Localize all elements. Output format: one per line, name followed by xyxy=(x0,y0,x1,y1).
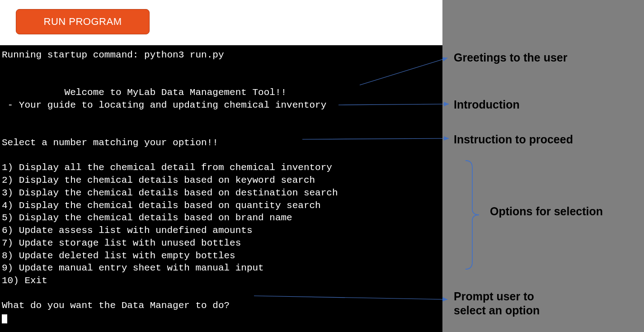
annotation-instruction: Instruction to proceed xyxy=(454,133,573,147)
arrow-prompt xyxy=(252,292,451,306)
arrow-introduction xyxy=(337,100,452,109)
svg-line-3 xyxy=(338,104,449,105)
prompt-line: What do you want the Data Manager to do? xyxy=(2,300,230,311)
option-7: 7) Update storage list with unused bottl… xyxy=(2,238,241,248)
option-3: 3) Display the chemical details based on… xyxy=(2,188,338,198)
run-program-label: RUN PROGRAM xyxy=(44,16,122,28)
svg-line-1 xyxy=(360,58,447,85)
option-1: 1) Display all the chemical detail from … xyxy=(2,162,332,173)
arrow-greetings xyxy=(357,54,452,90)
option-5: 5) Display the chemical details based on… xyxy=(2,213,292,223)
option-9: 9) Update manual entry sheet with manual… xyxy=(2,263,264,273)
left-pane: RUN PROGRAM Running startup command: pyt… xyxy=(0,0,442,332)
option-2: 2) Display the chemical details based on… xyxy=(2,175,315,185)
annotation-introduction: Introduction xyxy=(454,98,520,112)
option-6: 6) Update assess list with undefined amo… xyxy=(2,225,253,236)
run-program-button[interactable]: RUN PROGRAM xyxy=(16,9,150,34)
bracket-options xyxy=(463,158,484,271)
option-4: 4) Display the chemical details based on… xyxy=(2,200,321,211)
terminal-cursor xyxy=(2,314,7,323)
svg-line-5 xyxy=(302,138,449,139)
instruction-line: Select a number matching your option!! xyxy=(2,138,218,148)
annotation-greetings: Greetings to the user xyxy=(454,51,567,65)
startup-line: Running startup command: python3 run.py xyxy=(2,50,224,60)
welcome-line: Welcome to MyLab Data Management Tool!! xyxy=(2,87,287,98)
option-8: 8) Update deleted list with empty bottle… xyxy=(2,251,235,261)
arrow-instruction xyxy=(301,134,452,143)
svg-line-7 xyxy=(254,296,447,299)
annotation-prompt: Prompt user to select an option xyxy=(454,289,540,318)
annotation-options: Options for selection xyxy=(490,204,603,218)
option-10: 10) Exit xyxy=(2,275,47,286)
intro-line: - Your guide to locating and updating ch… xyxy=(2,100,326,110)
